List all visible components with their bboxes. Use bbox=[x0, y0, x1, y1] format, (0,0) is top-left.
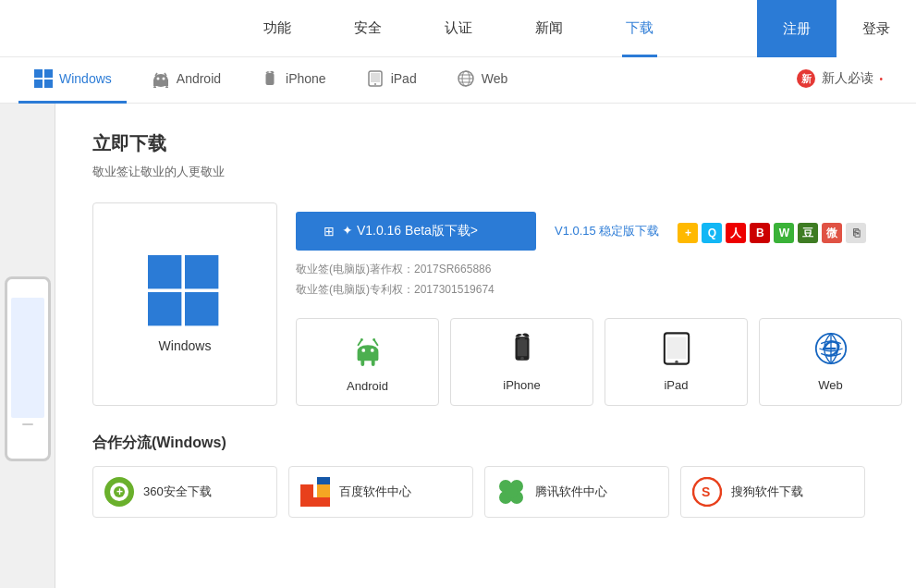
partner-title: 合作分流(Windows) bbox=[92, 434, 902, 453]
web-card-label: Web bbox=[818, 378, 843, 392]
svg-point-6 bbox=[156, 78, 159, 80]
svg-rect-38 bbox=[666, 337, 686, 360]
svg-rect-11 bbox=[165, 86, 168, 88]
svg-rect-24 bbox=[185, 255, 218, 288]
platform-card-web[interactable]: Web bbox=[759, 318, 902, 406]
ipad-card-icon bbox=[660, 332, 693, 373]
download-right: ⊞ ✦ V1.0.16 Beta版下载> V1.0.15 稳定版下载 + Q 人… bbox=[296, 202, 902, 406]
windows-card-label: Windows bbox=[159, 338, 212, 353]
download-main-button[interactable]: ⊞ ✦ V1.0.16 Beta版下载> bbox=[296, 212, 536, 251]
share-wechat-icon[interactable]: W bbox=[774, 223, 794, 243]
platform-cards: Android bbox=[296, 318, 902, 406]
download-area: Windows ⊞ ✦ V1.0.16 Beta版下载> V1.0.15 稳定版… bbox=[92, 202, 902, 406]
tab-iphone[interactable]: iPhone bbox=[245, 57, 341, 104]
svg-rect-2 bbox=[34, 80, 43, 88]
svg-rect-25 bbox=[148, 292, 181, 325]
partner-label-360: 360安全下载 bbox=[143, 484, 212, 500]
top-navigation: 功能 安全 认证 新闻 下载 注册 登录 bbox=[0, 0, 916, 57]
tab-ipad[interactable]: iPad bbox=[350, 57, 432, 104]
platform-card-ipad[interactable]: iPad bbox=[605, 318, 748, 406]
partner-card-baidu[interactable]: 百度软件中心 bbox=[288, 466, 473, 518]
partner-label-sougou: 搜狗软件下载 bbox=[731, 484, 803, 500]
partner-icon-sougou: S bbox=[692, 477, 722, 507]
share-qq-icon[interactable]: Q bbox=[702, 223, 722, 243]
partner-card-tencent[interactable]: 腾讯软件中心 bbox=[484, 466, 669, 518]
svg-text:+: + bbox=[116, 485, 123, 498]
login-button[interactable]: 登录 bbox=[837, 0, 916, 57]
svg-point-35 bbox=[520, 357, 524, 361]
svg-rect-23 bbox=[148, 255, 181, 288]
partner-label-baidu: 百度软件中心 bbox=[339, 484, 411, 500]
tab-windows-label: Windows bbox=[59, 71, 112, 86]
svg-point-54 bbox=[505, 485, 518, 498]
copyright-line1: 敬业签(电脑版)著作权：2017SR665886 bbox=[296, 260, 902, 280]
web-card-icon bbox=[814, 332, 848, 373]
share-douban-icon[interactable]: 豆 bbox=[798, 223, 818, 243]
svg-point-39 bbox=[675, 361, 678, 363]
ipad-card-label: iPad bbox=[664, 378, 688, 392]
partner-icon-baidu bbox=[300, 477, 330, 507]
phone-mockup bbox=[0, 104, 55, 588]
iphone-card-icon bbox=[506, 332, 539, 373]
svg-rect-48 bbox=[300, 497, 330, 507]
share-baidu-icon[interactable]: B bbox=[750, 223, 770, 243]
partner-card-sougou[interactable]: S 搜狗软件下载 bbox=[680, 466, 865, 518]
tab-web-label: Web bbox=[482, 71, 508, 86]
newbies-dot: • bbox=[879, 74, 883, 84]
platform-card-android[interactable]: Android bbox=[296, 318, 439, 406]
nav-auth[interactable]: 认证 bbox=[441, 0, 476, 57]
svg-point-27 bbox=[361, 349, 365, 352]
windows-tab-icon bbox=[33, 68, 54, 89]
nav-news[interactable]: 新闻 bbox=[531, 0, 567, 57]
tab-ipad-label: iPad bbox=[391, 71, 417, 86]
platform-tab-bar: Windows Android iPhone bbox=[0, 57, 916, 104]
windows-logo-icon bbox=[148, 255, 222, 329]
copyright-line2: 敬业签(电脑版)专利权：2017301519674 bbox=[296, 280, 902, 300]
partner-cards: + 360安全下载 百度软件中心 bbox=[92, 466, 902, 518]
nav-features[interactable]: 功能 bbox=[260, 0, 295, 57]
iphone-card-label: iPhone bbox=[503, 378, 540, 392]
tab-android[interactable]: Android bbox=[136, 57, 236, 104]
svg-text:新: 新 bbox=[801, 73, 812, 84]
android-card-label: Android bbox=[347, 379, 388, 393]
share-copy-icon[interactable]: ⎘ bbox=[846, 223, 866, 243]
tab-windows[interactable]: Windows bbox=[18, 57, 127, 104]
nav-security[interactable]: 安全 bbox=[350, 0, 385, 57]
nav-auth-buttons: 注册 登录 bbox=[757, 0, 916, 57]
download-main-icon: ⊞ bbox=[324, 224, 335, 239]
platform-card-iphone[interactable]: iPhone bbox=[450, 318, 593, 406]
content-area: 立即下载 敬业签让敬业的人更敬业 Windows bbox=[55, 104, 916, 588]
partner-label-tencent: 腾讯软件中心 bbox=[535, 484, 607, 500]
phone-shape bbox=[5, 276, 51, 461]
svg-rect-36 bbox=[519, 338, 525, 340]
tab-newbies[interactable]: 新 新人必读 • bbox=[781, 57, 898, 104]
ipad-tab-icon bbox=[365, 68, 385, 89]
copyright-text: 敬业签(电脑版)著作权：2017SR665886 敬业签(电脑版)专利权：201… bbox=[296, 260, 902, 300]
partner-section: 合作分流(Windows) + 360安全下载 bbox=[92, 434, 902, 518]
phone-speaker bbox=[22, 423, 33, 425]
download-main-label: ✦ V1.0.16 Beta版下载> bbox=[342, 223, 478, 239]
svg-rect-46 bbox=[300, 484, 313, 497]
svg-point-28 bbox=[370, 349, 373, 352]
partner-card-360[interactable]: + 360安全下载 bbox=[92, 466, 277, 518]
svg-rect-10 bbox=[153, 86, 156, 88]
svg-rect-1 bbox=[44, 69, 53, 78]
tab-android-label: Android bbox=[177, 71, 221, 86]
svg-point-32 bbox=[373, 338, 375, 341]
svg-rect-12 bbox=[266, 73, 275, 85]
svg-rect-26 bbox=[185, 292, 218, 325]
iphone-tab-icon bbox=[260, 68, 280, 89]
phone-screen bbox=[11, 298, 44, 418]
tab-web[interactable]: Web bbox=[441, 57, 523, 104]
nav-download[interactable]: 下载 bbox=[622, 0, 657, 57]
download-stable-link[interactable]: V1.0.15 稳定版下载 bbox=[555, 212, 659, 251]
share-qzone-icon[interactable]: + bbox=[678, 223, 698, 243]
svg-rect-3 bbox=[44, 80, 53, 88]
register-button[interactable]: 注册 bbox=[757, 0, 837, 57]
share-weibo-icon[interactable]: 微 bbox=[822, 223, 842, 243]
svg-point-14 bbox=[374, 83, 376, 85]
share-renren-icon[interactable]: 人 bbox=[726, 223, 746, 243]
svg-point-7 bbox=[162, 78, 165, 80]
section-title: 立即下载 bbox=[92, 131, 902, 156]
newbies-tab-icon: 新 bbox=[796, 68, 816, 89]
